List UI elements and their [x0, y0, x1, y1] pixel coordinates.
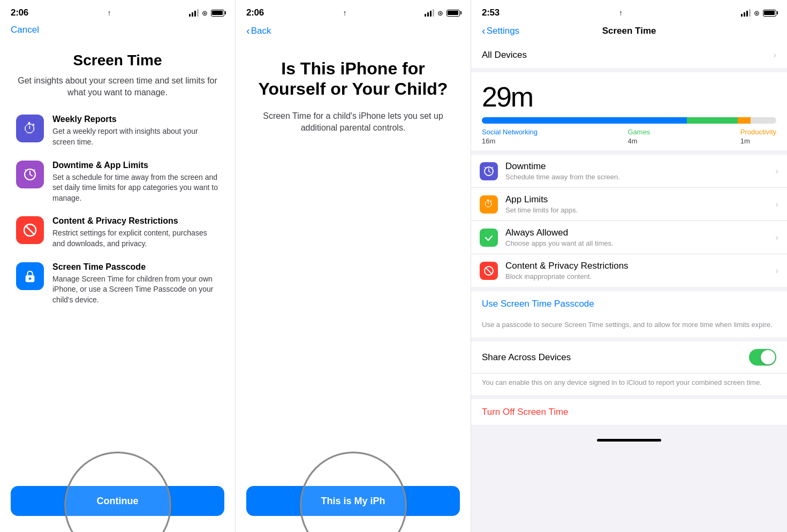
screen-time-summary: 29m Social Networking 16m Games 4m [471, 72, 787, 150]
usage-legend: Social Networking 16m Games 4m Productiv… [482, 128, 776, 145]
signal-bars-panel1 [189, 9, 199, 17]
continue-area: Continue [0, 486, 235, 532]
back-label-panel3: Settings [487, 26, 519, 36]
question-subtitle: Screen Time for a child's iPhone lets yo… [257, 110, 449, 134]
all-devices-section: All Devices › [471, 42, 787, 68]
home-indicator-area [471, 429, 787, 454]
all-devices-label: All Devices [482, 50, 527, 60]
legend-productivity: Productivity 1m [740, 128, 776, 145]
other-bar [751, 117, 776, 124]
screen-time-nav-title: Screen Time [519, 26, 739, 36]
status-icons-panel3: ⊛ [741, 9, 776, 17]
time-panel2: 2:06 [246, 7, 264, 18]
downtime-setting-title: Downtime [505, 161, 775, 172]
app-limits-chevron: › [775, 199, 778, 210]
passcode-title: Screen Time Passcode [52, 262, 219, 272]
downtime-desc: Set a schedule for time away from the sc… [52, 172, 219, 204]
panel3-scroll[interactable]: All Devices › 29m Social Networking 16m [471, 42, 787, 532]
social-label: Social Networking [482, 128, 538, 136]
content-privacy-title: Content & Privacy Restrictions [52, 216, 219, 226]
downtime-setting-subtitle: Schedule time away from the screen. [505, 173, 775, 181]
content-privacy-setting-subtitle: Block inappropriate content. [505, 272, 775, 280]
time-panel3: 2:53 [482, 7, 500, 18]
battery-panel1 [211, 10, 224, 17]
content-privacy-desc: Restrict settings for explicit content, … [52, 228, 219, 249]
share-devices-toggle[interactable] [749, 349, 776, 366]
all-devices-row[interactable]: All Devices › [471, 42, 787, 68]
back-button-panel2[interactable]: ‹ Back [246, 25, 271, 37]
downtime-row[interactable]: Downtime Schedule time away from the scr… [471, 155, 787, 188]
app-limits-title: App Limits [505, 194, 775, 205]
battery-panel2 [447, 10, 460, 17]
feature-item-weekly-reports: ⏱ Weekly Reports Get a weekly report wit… [16, 115, 219, 147]
back-label-panel2: Back [251, 26, 271, 36]
nav-bar-panel3: ‹ Settings Screen Time [471, 22, 787, 42]
games-label: Games [627, 128, 650, 136]
feature-item-passcode: Screen Time Passcode Manage Screen Time … [16, 262, 219, 306]
always-allowed-chevron: › [775, 232, 778, 243]
status-bar-panel2: 2:06 ↑ ⊛ [236, 0, 471, 22]
share-devices-label: Share Across Devices [482, 352, 571, 363]
app-limits-icon: ⏱ [480, 195, 498, 214]
always-allowed-row[interactable]: Always Allowed Choose apps you want at a… [471, 221, 787, 254]
cancel-button[interactable]: Cancel [11, 25, 39, 35]
productivity-value: 1m [740, 137, 776, 145]
downtime-title: Downtime & App Limits [52, 161, 219, 170]
use-passcode-link[interactable]: Use Screen Time Passcode [471, 291, 787, 317]
location-icon-panel1: ↑ [107, 9, 111, 17]
social-value: 16m [482, 137, 538, 145]
wifi-icon-panel2: ⊛ [437, 9, 443, 17]
signal-bars-panel3 [741, 9, 751, 17]
downtime-chevron: › [775, 166, 778, 177]
always-allowed-subtitle: Choose apps you want at all times. [505, 239, 775, 247]
nav-bar-panel1: Cancel [0, 22, 235, 41]
share-devices-section: Share Across Devices You can enable this… [471, 341, 787, 395]
wifi-icon-panel1: ⊛ [202, 9, 208, 17]
passcode-section: Use Screen Time Passcode Use a passcode … [471, 291, 787, 337]
back-chevron-panel2: ‹ [246, 25, 250, 37]
always-allowed-icon [480, 229, 498, 247]
settings-back-button[interactable]: ‹ Settings [482, 25, 519, 37]
svg-line-2 [26, 226, 34, 234]
share-devices-row: Share Across Devices [471, 341, 787, 374]
feature-item-downtime: Downtime & App Limits Set a schedule for… [16, 161, 219, 204]
panel2-content: Is This iPhone for Yourself or Your Chil… [236, 42, 471, 486]
content-privacy-row[interactable]: Content & Privacy Restrictions Block ina… [471, 254, 787, 287]
turn-off-screen-time-link[interactable]: Turn Off Screen Time [471, 399, 787, 425]
total-time: 29m [482, 81, 776, 113]
turnoff-section: Turn Off Screen Time [471, 399, 787, 425]
location-icon-panel3: ↑ [619, 9, 623, 17]
passcode-desc: Manage Screen Time for children from you… [52, 274, 219, 306]
continue-button[interactable]: Continue [11, 486, 224, 516]
my-iphone-button[interactable]: This is My iPh [246, 486, 460, 516]
signal-bars-panel2 [425, 9, 434, 17]
back-chevron-panel3: ‹ [482, 25, 486, 37]
social-bar [482, 117, 687, 124]
passcode-icon [16, 262, 44, 290]
wifi-icon-panel3: ⊛ [754, 9, 760, 17]
weekly-reports-desc: Get a weekly report with insights about … [52, 126, 219, 147]
content-privacy-icon [16, 216, 44, 244]
battery-panel3 [763, 10, 776, 17]
weekly-reports-icon: ⏱ [16, 115, 44, 142]
status-icons-panel2: ⊛ [425, 9, 460, 17]
settings-section: Downtime Schedule time away from the scr… [471, 155, 787, 287]
my-iphone-area: This is My iPh [236, 486, 471, 532]
svg-line-7 [486, 268, 492, 274]
usage-bar [482, 117, 776, 124]
question-title: Is This iPhone for Yourself or Your Chil… [257, 58, 449, 100]
legend-games: Games 4m [627, 128, 650, 145]
svg-rect-4 [29, 277, 32, 279]
time-panel1: 2:06 [11, 7, 28, 18]
games-bar [687, 117, 738, 124]
toggle-knob [761, 350, 775, 364]
all-devices-chevron: › [773, 50, 776, 60]
downtime-icon [16, 161, 44, 188]
status-bar-panel1: 2:06 ↑ ⊛ [0, 0, 235, 22]
app-limits-row[interactable]: ⏱ App Limits Set time limits for apps. › [471, 188, 787, 221]
app-limits-subtitle: Set time limits for apps. [505, 206, 775, 214]
panel-screen-time-settings: 2:53 ↑ ⊛ ‹ Settings Screen Time All Devi… [471, 0, 787, 532]
content-privacy-setting-icon [480, 262, 498, 280]
passcode-desc: Use a passcode to secure Screen Time set… [471, 317, 787, 337]
always-allowed-title: Always Allowed [505, 227, 775, 238]
